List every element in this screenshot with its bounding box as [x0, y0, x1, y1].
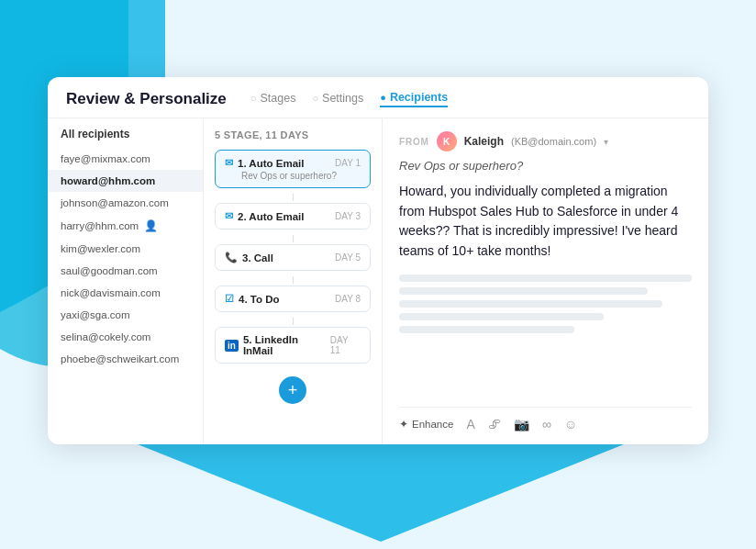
main-card: Review & Personalize ○ Stages ○ Settings…: [48, 77, 708, 444]
linkedin-icon: in: [225, 340, 239, 352]
call-icon: 📞: [225, 252, 238, 263]
recipient-item[interactable]: howard@hhm.com: [48, 170, 203, 192]
recipient-email: selina@cokely.com: [61, 331, 150, 342]
compose-from-row: FROM K Kaleigh (KB@domain.com) ▾: [399, 131, 692, 151]
placeholder-line: [399, 326, 574, 333]
stage-day: DAY 8: [335, 294, 361, 304]
stage-name: ✉ 1. Auto Email: [225, 157, 304, 169]
recipient-item[interactable]: phoebe@schweikart.com: [48, 348, 203, 370]
stage-day: DAY 11: [330, 335, 361, 355]
sender-name: Kaleigh: [464, 135, 504, 148]
font-icon[interactable]: A: [466, 417, 474, 431]
stage-name: ✉ 2. Auto Email: [225, 210, 304, 222]
recipient-email: johnson@amazon.com: [61, 197, 169, 208]
recipient-item[interactable]: kim@wexler.com: [48, 238, 203, 260]
email-subject: Rev Ops or superhero?: [399, 159, 692, 173]
image-icon[interactable]: 📷: [514, 417, 529, 431]
stage-day: DAY 5: [335, 252, 361, 263]
from-label: FROM: [399, 137, 429, 147]
page-title: Review & Personalize: [66, 90, 227, 108]
stage-day: DAY 3: [335, 211, 361, 221]
chevron-down-icon[interactable]: ▾: [604, 137, 608, 147]
recipient-item[interactable]: saul@goodman.com: [48, 260, 203, 282]
recipient-email: howard@hhm.com: [61, 175, 155, 186]
placeholder-lines: [399, 274, 692, 333]
recipient-item[interactable]: selina@cokely.com: [48, 326, 203, 348]
tab-recipients-label: Recipients: [390, 91, 448, 104]
email-body[interactable]: Howard, you individually completed a mig…: [399, 182, 692, 262]
tab-recipients[interactable]: ● Recipients: [380, 91, 448, 107]
stage-item[interactable]: in 5. LinkedIn InMail DAY 11: [215, 327, 371, 364]
tab-stages-label: Stages: [260, 92, 295, 105]
email-icon: ✉: [225, 210, 233, 222]
stage-connector: [293, 235, 294, 242]
recipients-header: All recipients: [48, 128, 203, 148]
stage-name: in 5. LinkedIn InMail: [225, 334, 330, 356]
recipient-email: phoebe@schweikart.com: [61, 353, 179, 364]
placeholder-line: [399, 300, 662, 308]
recipient-item[interactable]: johnson@amazon.com: [48, 192, 203, 214]
enhance-button[interactable]: ✦ Enhance: [399, 418, 453, 431]
card-body: All recipients faye@mixmax.com howard@hh…: [48, 118, 708, 444]
recipient-item[interactable]: harry@hhm.com 👤: [48, 214, 203, 238]
placeholder-line: [399, 313, 604, 320]
recipient-email: kim@wexler.com: [61, 243, 140, 254]
settings-tab-icon: ○: [312, 93, 318, 104]
recipients-column: All recipients faye@mixmax.com howard@hh…: [48, 118, 204, 444]
stage-connector: [293, 194, 294, 201]
avatar: K: [437, 131, 457, 151]
person-icon: 👤: [144, 219, 158, 232]
compose-toolbar: ✦ Enhance A 🖇 📷 ∞ ☺: [399, 407, 692, 431]
stages-tab-icon: ○: [250, 93, 257, 104]
sender-email: (KB@domain.com): [511, 136, 596, 147]
add-stage-button[interactable]: +: [279, 376, 306, 404]
recipient-item[interactable]: faye@mixmax.com: [48, 148, 203, 170]
recipient-email: yaxi@sga.com: [61, 309, 130, 320]
attachment-icon[interactable]: 🖇: [488, 417, 501, 431]
recipient-item[interactable]: yaxi@sga.com: [48, 304, 203, 326]
email-icon: ✉: [225, 157, 233, 169]
stage-item[interactable]: ☑ 4. To Do DAY 8: [215, 286, 371, 312]
todo-icon: ☑: [225, 293, 234, 305]
placeholder-line: [399, 274, 692, 282]
enhance-icon: ✦: [399, 418, 408, 431]
emoji-icon[interactable]: ☺: [564, 417, 577, 431]
stage-item[interactable]: 📞 3. Call DAY 5: [215, 244, 371, 271]
stages-column: 5 STAGE, 11 DAYS ✉ 1. Auto Email DAY 1 R…: [204, 118, 383, 444]
stage-name: 📞 3. Call: [225, 252, 273, 263]
placeholder-line: [399, 287, 648, 295]
enhance-label: Enhance: [412, 419, 453, 430]
recipient-email: harry@hhm.com: [61, 220, 139, 231]
tab-settings[interactable]: ○ Settings: [312, 92, 363, 106]
stage-item[interactable]: ✉ 2. Auto Email DAY 3: [215, 203, 371, 230]
stage-item[interactable]: ✉ 1. Auto Email DAY 1 Rev Ops or superhe…: [215, 150, 371, 188]
recipient-email: faye@mixmax.com: [61, 153, 150, 164]
stage-connector: [293, 318, 294, 325]
compose-column: FROM K Kaleigh (KB@domain.com) ▾ Rev Ops…: [383, 118, 708, 444]
tab-settings-label: Settings: [322, 92, 363, 105]
recipient-item[interactable]: nick@davismain.com: [48, 282, 203, 304]
stage-subtitle: Rev Ops or superhero?: [241, 171, 361, 181]
recipient-email: saul@goodman.com: [61, 265, 158, 276]
card-header: Review & Personalize ○ Stages ○ Settings…: [48, 77, 708, 118]
stage-connector: [293, 276, 294, 284]
stage-day: DAY 1: [335, 158, 361, 168]
stages-summary: 5 STAGE, 11 DAYS: [215, 129, 371, 140]
nav-tabs: ○ Stages ○ Settings ● Recipients: [250, 91, 448, 107]
recipients-tab-icon: ●: [380, 92, 386, 103]
recipient-email: nick@davismain.com: [61, 287, 161, 298]
stage-name: ☑ 4. To Do: [225, 293, 280, 305]
tab-stages[interactable]: ○ Stages: [250, 92, 296, 106]
link-icon[interactable]: ∞: [542, 417, 551, 431]
